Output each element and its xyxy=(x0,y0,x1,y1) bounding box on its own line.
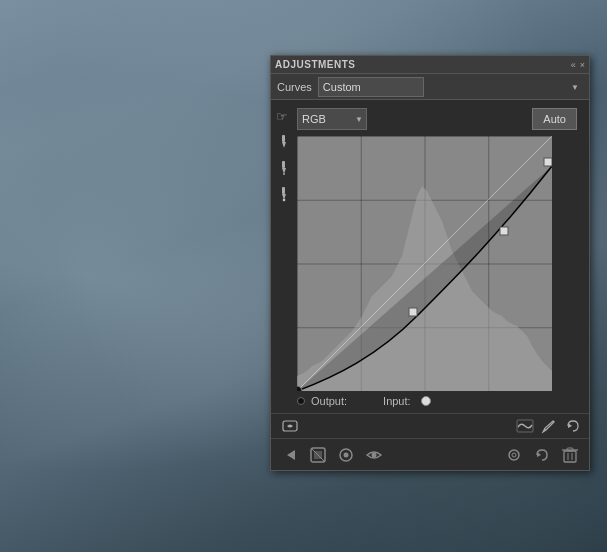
channel-select-wrapper: RGB Red Green Blue xyxy=(297,108,367,130)
svg-rect-3 xyxy=(283,147,285,149)
eyedropper-white-button[interactable] xyxy=(274,184,294,204)
refresh-button[interactable] xyxy=(531,444,553,466)
curve-graph[interactable] xyxy=(297,136,552,391)
svg-point-26 xyxy=(372,452,377,457)
input-label: Input: xyxy=(383,395,411,407)
svg-rect-30 xyxy=(564,451,576,462)
svg-rect-13 xyxy=(500,227,508,235)
channel-select[interactable]: RGB Red Green Blue xyxy=(297,108,367,130)
reset-curve-button[interactable] xyxy=(563,416,583,436)
left-tools: ☞ xyxy=(271,100,297,413)
svg-point-28 xyxy=(512,453,516,457)
back-button[interactable] xyxy=(279,444,301,466)
svg-line-18 xyxy=(553,421,554,422)
curves-label: Curves xyxy=(277,81,312,93)
svg-rect-6 xyxy=(283,173,285,175)
panel-title: ADJUSTMENTS xyxy=(275,59,356,70)
adjustments-panel: ADJUSTMENTS « × Curves Custom Default Li… xyxy=(270,55,590,471)
pencil-tool-button[interactable] xyxy=(539,416,559,436)
svg-marker-29 xyxy=(537,452,541,457)
black-point-indicator xyxy=(297,397,305,405)
eyedropper-gray-button[interactable] xyxy=(274,158,294,178)
svg-point-27 xyxy=(509,450,519,460)
white-point-indicator xyxy=(421,396,431,406)
delete-button[interactable] xyxy=(559,444,581,466)
wave-tool-button[interactable] xyxy=(515,416,535,436)
panel-titlebar: ADJUSTMENTS « × xyxy=(271,56,589,74)
auto-button[interactable]: Auto xyxy=(532,108,577,130)
svg-rect-7 xyxy=(282,187,285,194)
svg-rect-12 xyxy=(409,308,417,316)
circle-eye-button[interactable] xyxy=(335,444,357,466)
close-button[interactable]: × xyxy=(580,60,585,70)
curves-header: Curves Custom Default Linear Contrast Me… xyxy=(271,74,589,100)
panel-body: ☞ xyxy=(271,100,589,413)
output-label: Output: xyxy=(311,395,347,407)
svg-rect-14 xyxy=(544,158,552,166)
footer-right-controls xyxy=(503,444,581,466)
svg-rect-4 xyxy=(282,161,285,168)
curve-svg xyxy=(297,136,552,391)
eyedropper-mask-button[interactable] xyxy=(280,416,300,436)
svg-text:☞: ☞ xyxy=(276,109,288,124)
preset-select-wrapper: Custom Default Linear Contrast Medium Co… xyxy=(318,77,583,97)
settings-eye-button[interactable] xyxy=(503,444,525,466)
svg-rect-1 xyxy=(282,135,285,142)
svg-rect-9 xyxy=(283,199,285,201)
svg-marker-20 xyxy=(287,450,295,460)
panel-footer xyxy=(271,438,589,470)
eyedropper-black-button[interactable] xyxy=(274,132,294,152)
mask-button[interactable] xyxy=(307,444,329,466)
svg-marker-19 xyxy=(568,423,572,428)
finger-tool-button[interactable]: ☞ xyxy=(274,106,294,126)
right-content: RGB Red Green Blue Auto xyxy=(297,100,589,413)
eye-button[interactable] xyxy=(363,444,385,466)
svg-line-23 xyxy=(311,448,325,462)
svg-point-25 xyxy=(344,452,349,457)
collapse-button[interactable]: « xyxy=(571,60,576,70)
footer-left-controls xyxy=(279,444,385,466)
preset-select[interactable]: Custom Default Linear Contrast Medium Co… xyxy=(318,77,424,97)
titlebar-controls: « × xyxy=(571,60,585,70)
channel-row: RGB Red Green Blue Auto xyxy=(297,104,583,134)
